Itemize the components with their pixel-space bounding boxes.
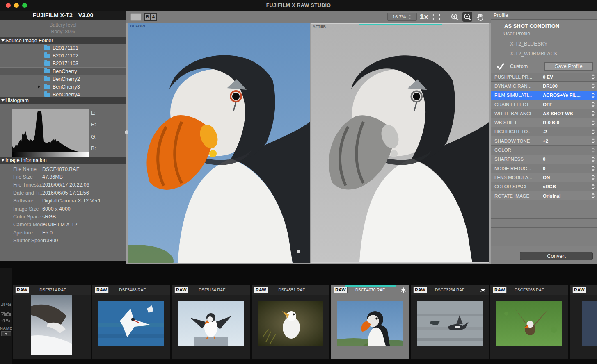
zoom-stepper-icon[interactable] (408, 14, 412, 20)
checkmark-icon (497, 63, 504, 70)
expand-arrow-icon[interactable] (38, 85, 40, 89)
user-profile-item[interactable]: X-T2_BLUESKY (510, 39, 597, 49)
param-row-color[interactable]: COLOR (491, 146, 597, 155)
convert-button[interactable]: Convert (520, 252, 593, 260)
check-gears-icon[interactable] (1, 318, 11, 323)
thumbnail-image[interactable] (582, 301, 597, 346)
fit-screen-button[interactable] (431, 12, 441, 22)
section-header-source-folder[interactable]: Source Image Folder (0, 37, 126, 44)
info-row: Color SpacesRGB (0, 213, 126, 221)
param-row-shadow-tone[interactable]: SHADOW TONE +2 (491, 136, 597, 146)
user-profile-item[interactable]: X-T2_WORMBLACK (510, 49, 597, 59)
thumbnail-cell[interactable]: RAW DSCF3264.RAF (411, 285, 489, 359)
section-header-image-info[interactable]: Image Information (0, 157, 126, 164)
info-label: Date and Ti... (0, 190, 42, 196)
folder-item[interactable]: B20171102 (0, 52, 126, 59)
param-row-dynamic-range[interactable]: DYNAMIC RAN... DR100 (491, 82, 597, 91)
param-value: Original (543, 193, 560, 198)
stepper-icon[interactable] (591, 92, 595, 98)
panel-resize-handle[interactable] (125, 130, 128, 134)
sort-by-name-label[interactable]: NAME (0, 326, 12, 330)
param-row-grain-effect[interactable]: GRAIN EFFECT OFF (491, 100, 597, 109)
thumbnail-image[interactable] (178, 301, 244, 346)
stepper-icon[interactable] (591, 165, 595, 171)
battery-label: Battery level (49, 22, 76, 28)
folder-item[interactable]: B20171101 (0, 44, 126, 52)
param-label: NOISE REDUC... (491, 166, 543, 171)
stepper-icon[interactable] (591, 147, 595, 153)
zoom-in-button[interactable] (450, 12, 460, 22)
param-row-white-balance[interactable]: WHITE BALANCE AS SHOT WB (491, 109, 597, 118)
save-profile-button[interactable]: Save Profile (544, 62, 593, 71)
thumbnail-filename: DSCF3264.RAF (411, 288, 489, 292)
param-row-sharpness[interactable]: SHARPNESS 0 (491, 155, 597, 164)
param-row-noise-reduction[interactable]: NOISE REDUC... 0 (491, 164, 597, 173)
minimize-button[interactable] (14, 3, 19, 8)
stepper-icon[interactable] (591, 174, 595, 180)
param-row-wb-shift[interactable]: WB SHIFT R:0 B:0 (491, 118, 597, 127)
stepper-icon[interactable] (591, 120, 595, 126)
before-after-toggle-button[interactable]: B A (144, 13, 157, 21)
folder-icon (44, 61, 50, 66)
thumbnail-cell[interactable]: RAW D (570, 285, 597, 359)
sort-direction-button[interactable] (1, 331, 11, 336)
thumbnail-image[interactable] (337, 301, 403, 346)
traffic-lights (6, 3, 27, 8)
after-image[interactable]: AFTER (311, 23, 489, 263)
histogram-channel-b: B: (91, 146, 96, 151)
param-value: -2 (543, 129, 547, 134)
thumbnail-image[interactable] (417, 301, 483, 346)
thumbnail-image[interactable] (98, 301, 164, 346)
folder-item[interactable]: BenCherry2 (0, 75, 126, 83)
thumbnail-cell[interactable]: RAW _DSF5134.RAF (172, 285, 250, 359)
close-button[interactable] (6, 3, 11, 8)
param-row-lens-modulation[interactable]: LENS MODULA... ON (491, 173, 597, 182)
param-row-rotate-image[interactable]: ROTATE IMAGE Original (491, 191, 597, 200)
thumbnail-image[interactable] (31, 295, 72, 355)
stepper-icon[interactable] (591, 101, 595, 107)
thumbnail-image[interactable] (258, 301, 323, 346)
stepper-icon[interactable] (591, 138, 595, 144)
param-row-film-simulation[interactable]: FILM SIMULATI... ACROS+Ye FIL... (491, 91, 597, 100)
histogram-section: L: R: G: B: (0, 104, 126, 157)
thumbnail-cell[interactable]: RAW DSCF3063.RAF (490, 285, 568, 359)
split-resize-handle[interactable] (297, 250, 300, 253)
zoom-level-control[interactable]: 16.7% (387, 13, 417, 21)
before-image[interactable]: BEFORE (128, 23, 310, 263)
as-shot-condition-item[interactable]: AS SHOT CONDITION (504, 23, 597, 31)
histogram-channel-r: R: (91, 122, 96, 127)
thumbnail-cell[interactable]: RAW _DSF5488.RAF (92, 285, 170, 359)
stepper-icon[interactable] (591, 74, 595, 80)
stepper-icon[interactable] (591, 156, 595, 162)
folder-icon (44, 46, 50, 50)
stepper-icon[interactable] (591, 110, 595, 116)
check-camera-icon[interactable] (1, 312, 11, 316)
stepper-icon[interactable] (591, 129, 595, 135)
one-to-one-zoom-button[interactable]: 1x (420, 12, 428, 21)
thumbnail-image[interactable] (496, 301, 562, 346)
folder-item[interactable]: B20171103 (0, 59, 126, 67)
section-header-histogram[interactable]: Histogram (0, 97, 126, 104)
thumbnail-cell[interactable]: RAW _DSF5714.RAF (13, 285, 91, 359)
param-row-empty (491, 209, 597, 218)
param-row-color-space[interactable]: COLOR SPACE sRGB (491, 182, 597, 191)
zoom-level-value: 16.7% (393, 14, 406, 19)
folder-item-selected[interactable]: BenCherry (0, 67, 126, 75)
single-view-button[interactable] (130, 13, 141, 21)
stepper-icon[interactable] (591, 193, 595, 199)
folder-item[interactable]: BenCherry3 (0, 83, 126, 91)
hand-tool-button[interactable] (475, 12, 485, 22)
param-row-push-pull[interactable]: PUSH/PULL PR... 0 EV (491, 73, 597, 82)
thumbnail-cell[interactable]: RAW _DSF4551.RAF (252, 285, 329, 359)
custom-profile-row[interactable]: Custom Save Profile (491, 60, 597, 73)
before-toggle-icon[interactable]: B (144, 13, 151, 21)
folder-item[interactable]: BenCherry4 (0, 91, 126, 97)
stepper-icon[interactable] (591, 83, 595, 89)
after-toggle-icon[interactable]: A (151, 13, 157, 21)
jpg-filter-label[interactable]: JPG (1, 301, 11, 307)
thumbnail-cell-selected[interactable]: RAW DSCF4070.RAF (331, 285, 409, 359)
zoom-out-button[interactable] (462, 12, 472, 22)
stepper-icon[interactable] (591, 184, 595, 190)
param-row-highlight-tone[interactable]: HIGHLIGHT TO... -2 (491, 127, 597, 136)
fullscreen-button[interactable] (22, 3, 27, 8)
